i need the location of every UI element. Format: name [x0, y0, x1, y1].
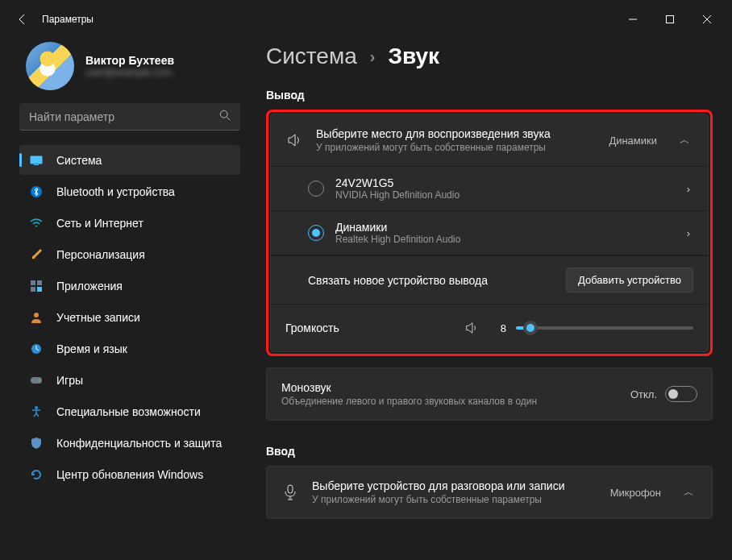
- svg-rect-3: [34, 164, 39, 165]
- svg-point-13: [38, 380, 40, 381]
- volume-icon[interactable]: [463, 319, 480, 337]
- input-expander-title: Выберите устройство для разговора или за…: [312, 479, 597, 492]
- output-highlight-box: Выберите место для воспроизведения звука…: [266, 110, 713, 356]
- chevron-right-icon[interactable]: ›: [684, 224, 693, 243]
- output-expander-sub: У приложений могут быть собственные пара…: [316, 142, 596, 153]
- nav-label: Bluetooth и устройства: [56, 185, 175, 198]
- profile-name: Виктор Бухтеев: [85, 54, 174, 67]
- nav-accessibility[interactable]: Специальные возможности: [19, 396, 240, 426]
- nav-network[interactable]: Сеть и Интернет: [19, 208, 240, 238]
- mono-title: Монозвук: [281, 381, 618, 394]
- shield-icon: [29, 436, 44, 450]
- speaker-icon: [285, 131, 303, 149]
- apps-icon: [29, 279, 44, 293]
- radio-checked[interactable]: [308, 225, 324, 241]
- window-title: Параметры: [42, 14, 94, 25]
- nav-label: Приложения: [56, 280, 123, 292]
- svg-point-14: [35, 406, 38, 409]
- svg-point-9: [34, 313, 39, 317]
- add-device-button[interactable]: Добавить устройство: [566, 268, 693, 292]
- svg-rect-7: [31, 287, 35, 292]
- svg-rect-11: [31, 377, 42, 384]
- nav-label: Персонализация: [56, 248, 145, 261]
- nav-bluetooth[interactable]: Bluetooth и устройства: [19, 176, 240, 206]
- chevron-up-icon[interactable]: ︿: [680, 482, 697, 503]
- bluetooth-icon: [29, 185, 44, 199]
- slider-thumb[interactable]: [523, 321, 538, 335]
- accessibility-icon: [29, 404, 44, 419]
- nav-label: Игры: [56, 374, 83, 387]
- input-device-expander: Выберите устройство для разговора или за…: [266, 466, 713, 519]
- output-expander-value: Динамики: [609, 135, 657, 147]
- device-sub: NVIDIA High Definition Audio: [335, 189, 672, 201]
- device-sub: Realtek High Definition Audio: [335, 234, 672, 245]
- nav-time-language[interactable]: Время и язык: [19, 334, 240, 363]
- pair-label: Связать новое устройство вывода: [308, 274, 488, 287]
- svg-rect-5: [31, 280, 35, 285]
- minimize-button[interactable]: [614, 6, 651, 32]
- mono-card: Монозвук Объединение левого и правого зв…: [266, 367, 713, 421]
- output-section-title: Вывод: [266, 89, 713, 102]
- nav-list: Система Bluetooth и устройства Сеть и Ин…: [19, 145, 240, 489]
- maximize-button[interactable]: [651, 6, 688, 32]
- chevron-up-icon[interactable]: ︿: [676, 130, 693, 151]
- toggle-thumb: [668, 389, 678, 399]
- svg-rect-0: [667, 16, 674, 23]
- nav-update[interactable]: Центр обновления Windows: [19, 459, 240, 489]
- search-box[interactable]: [19, 103, 240, 131]
- microphone-icon: [281, 483, 299, 501]
- update-icon: [29, 467, 44, 482]
- close-icon: [703, 15, 711, 23]
- svg-point-1: [220, 110, 227, 118]
- chevron-right-icon[interactable]: ›: [684, 180, 693, 198]
- breadcrumb-parent[interactable]: Система: [266, 44, 357, 69]
- volume-row: Громкость 8: [271, 304, 708, 351]
- nav-personalization[interactable]: Персонализация: [19, 239, 240, 269]
- titlebar: Параметры: [0, 0, 732, 39]
- nav-accounts[interactable]: Учетные записи: [19, 302, 240, 332]
- device-title: Динамики: [335, 221, 672, 234]
- wifi-icon: [29, 216, 44, 230]
- minimize-icon: [629, 15, 637, 23]
- output-device-0[interactable]: 24V2W1G5 NVIDIA High Definition Audio ›: [271, 167, 708, 211]
- sidebar: Виктор Бухтеев user@example.com Система …: [0, 39, 250, 560]
- input-expander-sub: У приложений могут быть собственные пара…: [312, 494, 597, 505]
- gamepad-icon: [29, 373, 44, 388]
- search-input[interactable]: [29, 110, 219, 123]
- nav-apps[interactable]: Приложения: [19, 271, 240, 301]
- volume-value: 8: [490, 322, 506, 334]
- main-content: Система › Звук Вывод Выберите место для …: [250, 39, 732, 560]
- input-section-title: Ввод: [266, 445, 713, 458]
- nav-label: Специальные возможности: [56, 405, 201, 418]
- mono-toggle[interactable]: [665, 386, 697, 402]
- brush-icon: [29, 247, 44, 262]
- profile-block[interactable]: Виктор Бухтеев user@example.com: [19, 39, 240, 103]
- output-expander-title: Выберите место для воспроизведения звука: [316, 127, 596, 140]
- nav-gaming[interactable]: Игры: [19, 365, 240, 395]
- breadcrumb: Система › Звук: [266, 44, 713, 69]
- maximize-icon: [666, 15, 674, 23]
- svg-rect-6: [37, 280, 42, 285]
- close-button[interactable]: [688, 6, 726, 32]
- input-expander-header[interactable]: Выберите устройство для разговора или за…: [267, 467, 712, 518]
- output-expander-header[interactable]: Выберите место для воспроизведения звука…: [271, 114, 708, 166]
- radio-unchecked[interactable]: [308, 180, 324, 197]
- nav-label: Время и язык: [56, 342, 127, 355]
- person-icon: [29, 310, 44, 325]
- chevron-right-icon: ›: [370, 48, 376, 66]
- device-title: 24V2W1G5: [335, 176, 672, 189]
- avatar: [26, 42, 74, 90]
- output-device-1[interactable]: Динамики Realtek High Definition Audio ›: [271, 211, 708, 255]
- volume-slider[interactable]: [516, 326, 693, 330]
- search-icon: [219, 110, 231, 123]
- svg-rect-2: [31, 156, 43, 164]
- nav-label: Конфиденциальность и защита: [56, 437, 222, 450]
- back-button[interactable]: [6, 3, 39, 35]
- arrow-left-icon: [16, 13, 29, 26]
- mono-row[interactable]: Монозвук Объединение левого и правого зв…: [267, 368, 712, 420]
- mono-sub: Объединение левого и правого звуковых ка…: [281, 396, 618, 407]
- input-expander-value: Микрофон: [610, 487, 661, 499]
- nav-privacy[interactable]: Конфиденциальность и защита: [19, 428, 240, 458]
- nav-system[interactable]: Система: [19, 145, 240, 175]
- clock-icon: [29, 342, 44, 356]
